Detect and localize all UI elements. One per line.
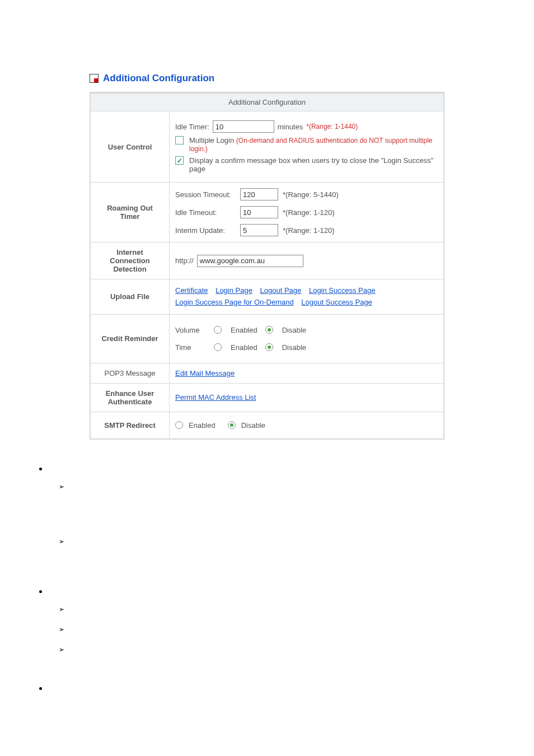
credit-volume-enabled-radio[interactable] bbox=[214, 326, 222, 334]
credit-volume-disable-label: Disable bbox=[282, 326, 306, 334]
bullet-dot bbox=[39, 468, 42, 470]
bullet-dot bbox=[39, 590, 42, 593]
session-timeout-input[interactable] bbox=[240, 188, 278, 200]
row-label-roaming: Roaming Out Timer bbox=[90, 183, 170, 242]
table-row: Roaming Out Timer Session Timeout: *(Ran… bbox=[90, 183, 444, 242]
idle-timeout-range: *(Range: 1-120) bbox=[283, 208, 438, 217]
idle-timeout-input[interactable] bbox=[240, 206, 278, 218]
bullet-arrow-icon: ➢ bbox=[59, 538, 444, 545]
smtp-enabled-label: Enabled bbox=[189, 421, 216, 430]
idle-timer-label: Idle Timer: bbox=[175, 123, 209, 131]
credit-time-enabled-radio[interactable] bbox=[214, 343, 222, 351]
confirm-box-checkbox[interactable] bbox=[175, 156, 184, 165]
link-login-success-ondemand[interactable]: Login Success Page for On-Demand bbox=[175, 298, 294, 306]
table-row: POP3 Message Edit Mail Message bbox=[90, 363, 444, 383]
row-label-user-control: User Control bbox=[90, 111, 170, 183]
link-edit-mail[interactable]: Edit Mail Message bbox=[175, 369, 235, 377]
idle-timer-range: *(Range: 1-1440) bbox=[306, 123, 358, 130]
link-login-page[interactable]: Login Page bbox=[216, 286, 252, 295]
smtp-enabled-radio[interactable] bbox=[175, 421, 183, 429]
row-label-upload: Upload File bbox=[90, 279, 170, 315]
url-prefix: http:// bbox=[175, 256, 194, 265]
table-caption: Additional Configuration bbox=[90, 93, 444, 111]
link-logout-success[interactable]: Logout Success Page bbox=[301, 298, 372, 306]
idle-timer-input[interactable] bbox=[213, 120, 274, 133]
bullet-arrow-icon: ➢ bbox=[59, 646, 444, 654]
interim-input[interactable] bbox=[240, 224, 278, 236]
bullet-dot bbox=[39, 687, 42, 690]
row-label-internet: Internet Connection Detection bbox=[90, 242, 170, 279]
link-logout-page[interactable]: Logout Page bbox=[260, 286, 302, 295]
credit-volume-label: Volume bbox=[175, 326, 206, 334]
table-row: User Control Idle Timer: minutes *(Range… bbox=[90, 111, 444, 183]
row-label-enhance: Enhance User Authenticate bbox=[90, 383, 170, 412]
credit-time-label: Time bbox=[175, 343, 206, 352]
link-permit-mac[interactable]: Permit MAC Address List bbox=[175, 393, 256, 402]
table-row: Enhance User Authenticate Permit MAC Add… bbox=[90, 383, 444, 412]
url-input[interactable] bbox=[197, 255, 303, 267]
credit-volume-enabled-label: Enabled bbox=[231, 326, 257, 334]
bullet-arrow-icon: ➢ bbox=[59, 605, 444, 613]
row-label-credit: Credit Reminder bbox=[90, 314, 170, 363]
idle-timer-unit: minutes bbox=[278, 123, 303, 131]
bullet-arrow-icon: ➢ bbox=[59, 626, 444, 633]
multiple-login-checkbox[interactable] bbox=[175, 136, 184, 144]
session-timeout-label: Session Timeout: bbox=[175, 190, 237, 199]
interim-range: *(Range: 1-120) bbox=[283, 226, 438, 235]
smtp-disable-label: Disable bbox=[241, 421, 265, 430]
table-row: Credit Reminder Volume Enabled Disable T… bbox=[90, 314, 444, 363]
link-certificate[interactable]: Certificate bbox=[175, 286, 208, 295]
multiple-login-label: Multiple Login bbox=[189, 136, 234, 144]
row-label-pop3: POP3 Message bbox=[90, 363, 170, 383]
interim-label: Interim Update: bbox=[175, 226, 237, 235]
credit-time-disable-label: Disable bbox=[282, 343, 306, 352]
bullet-arrow-icon: ➢ bbox=[59, 483, 444, 491]
table-row: Upload File Certificate Login Page Logou… bbox=[90, 279, 444, 315]
row-label-smtp: SMTP Redirect bbox=[90, 412, 170, 439]
confirm-box-label: Display a confirm message box when users… bbox=[189, 156, 438, 173]
session-timeout-range: *(Range: 5-1440) bbox=[283, 190, 438, 199]
page-title: Additional Configuration bbox=[103, 73, 214, 84]
link-login-success[interactable]: Login Success Page bbox=[309, 286, 376, 295]
credit-time-disable-radio[interactable] bbox=[265, 343, 273, 351]
bullet-outline: ➢ ➢ ➢ ➢ ➢ bbox=[90, 468, 444, 690]
config-table: Additional Configuration User Control Id… bbox=[90, 92, 444, 440]
credit-volume-disable-radio[interactable] bbox=[265, 326, 273, 334]
header-icon bbox=[90, 74, 99, 83]
idle-timeout-label: Idle Timeout: bbox=[175, 208, 237, 217]
table-row: SMTP Redirect Enabled Disable bbox=[90, 412, 444, 439]
smtp-disable-radio[interactable] bbox=[228, 421, 236, 429]
page-header: Additional Configuration bbox=[90, 73, 444, 84]
table-row: Internet Connection Detection http:// bbox=[90, 242, 444, 279]
credit-time-enabled-label: Enabled bbox=[231, 343, 257, 352]
